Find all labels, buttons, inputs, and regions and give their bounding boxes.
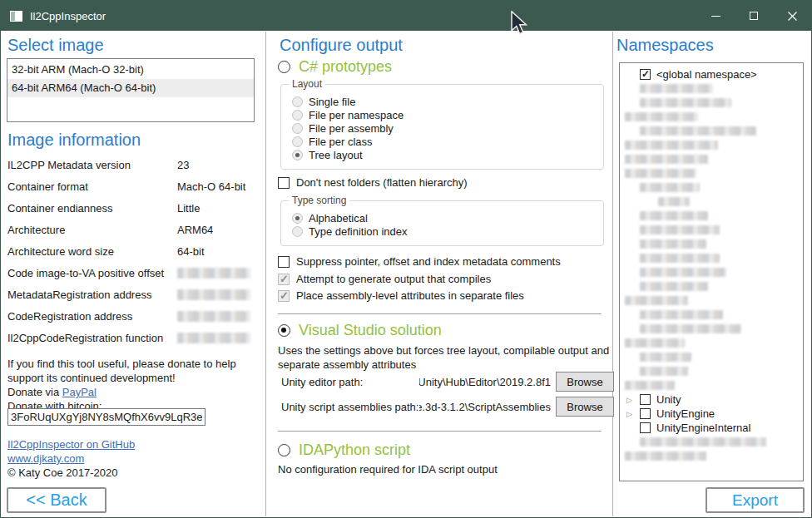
redacted-namespace-text [640,324,741,333]
bitcoin-address-field[interactable] [7,408,205,426]
namespace-item-redacted[interactable] [620,251,803,265]
maximize-icon [750,12,758,20]
radio-option[interactable]: Single file [292,95,597,108]
namespace-item[interactable]: UnityEngineInternal [620,421,803,435]
minimize-icon [711,16,720,17]
expander-icon[interactable]: ▷ [625,396,640,404]
idapython-script-radio[interactable]: IDAPython script [278,442,410,459]
redacted-namespace-text [640,282,708,291]
left-panel: Select image 32-bit ARM (Mach-O 32-bit)6… [7,31,259,518]
namespace-item-redacted[interactable] [620,223,803,237]
image-list-item[interactable]: 32-bit ARM (Mach-O 32-bit) [7,61,254,79]
redacted-namespace-text [640,98,731,107]
namespace-item-redacted[interactable] [620,449,803,463]
namespace-item-redacted[interactable] [620,81,803,96]
namespace-item-redacted[interactable] [620,180,803,195]
namespace-item-redacted[interactable] [620,152,803,166]
namespace-item[interactable]: ▷Unity [620,392,803,407]
unity-script-path-row: Unity script assemblies path: ate.3d-3.1… [281,397,614,417]
configure-panel: Configure output C# prototypes Layout Si… [278,31,612,518]
checkbox-label: Suppress pointer, offset and index metad… [296,255,561,268]
namespace-item-redacted[interactable] [620,350,803,364]
radio-option[interactable]: File per namespace [292,108,597,121]
namespace-item-redacted[interactable] [620,279,803,294]
namespaces-list[interactable]: <global namespace>▷Unity▷UnityEngineUnit… [619,62,804,481]
namespace-item-redacted[interactable] [620,110,803,124]
namespace-checkbox[interactable] [640,408,651,419]
info-row-label: MetadataRegistration address [7,289,151,301]
namespace-item-redacted[interactable] [620,138,803,152]
namespace-checkbox[interactable] [640,422,651,433]
namespace-checkbox[interactable] [640,394,651,405]
redacted-namespace-text [640,126,756,136]
donate-via-prefix: Donate via [7,386,62,398]
namespace-item[interactable]: <global namespace> [620,67,803,81]
namespace-item-redacted[interactable] [620,378,803,392]
namespace-item-redacted[interactable] [620,294,803,308]
radio-option[interactable]: File per class [292,135,597,148]
expander-icon[interactable]: ▷ [625,410,640,418]
namespace-item-redacted[interactable] [620,124,803,138]
radio-option[interactable]: Tree layout [292,148,597,161]
namespace-item[interactable]: ▷UnityEngine [620,407,803,421]
output-checkbox[interactable]: Suppress pointer, offset and index metad… [278,255,561,268]
image-list-item[interactable]: 64-bit ARM64 (Mach-O 64-bit) [7,79,254,97]
image-information-heading: Image information [7,131,141,150]
redacted-namespace-text [625,141,718,150]
image-info-table: IL2CPP Metadata version23Container forma… [7,155,259,350]
checkbox-icon [278,256,290,268]
info-row: Architecture word size64-bit [7,242,259,264]
info-row: MetadataRegistration address [7,285,259,307]
namespace-checkbox[interactable] [640,69,651,80]
radio-option[interactable]: File per assembly [292,121,597,135]
unity-script-path-value[interactable]: ate.3d-3.1.2\ScriptAssemblies [419,401,551,413]
close-button[interactable] [773,1,811,31]
redacted-namespace-text [640,84,713,93]
maximize-button[interactable] [735,1,773,31]
radio-option[interactable]: Alphabetical [292,211,597,224]
namespace-item-redacted[interactable] [620,364,803,378]
radio-icon [292,150,303,160]
namespace-item-redacted[interactable] [620,237,803,251]
namespace-item-redacted[interactable] [620,322,803,336]
unity-editor-path-value[interactable]: s\Unity\Hub\Editor\2019.2.8f1 [419,376,551,388]
namespace-item-redacted[interactable] [620,336,803,350]
info-row-label: IL2CPP Metadata version [7,159,131,171]
flatten-hierarchy-label: Don't nest folders (flatten hierarchy) [296,176,468,189]
csharp-prototypes-radio[interactable]: C# prototypes [278,58,392,76]
website-link[interactable]: www.djkaty.com [7,452,84,465]
radio-icon [292,226,303,237]
minimize-button[interactable] [696,1,735,31]
flatten-hierarchy-checkbox[interactable]: Don't nest folders (flatten hierarchy) [278,176,468,189]
output-checkbox[interactable]: Place assembly-level attributes in separ… [278,289,524,302]
namespace-label: Unity [656,393,681,406]
info-row: Code image-to-VA positive offset [7,264,259,285]
namespace-item-redacted[interactable] [620,308,803,322]
namespaces-heading: Namespaces [616,36,714,55]
output-checkbox[interactable]: Attempt to generate output that compiles [278,273,491,285]
info-row-value: Little [177,202,200,215]
github-link[interactable]: Il2CppInspector on GitHub [7,438,135,451]
namespace-item-redacted[interactable] [620,209,803,223]
info-row-label: Container format [7,180,88,193]
visual-studio-solution-radio[interactable]: Visual Studio solution [278,322,442,339]
browse-editor-button[interactable]: Browse [556,372,614,392]
redacted-namespace-text [640,353,691,362]
namespace-item-redacted[interactable] [620,435,803,449]
browse-script-button[interactable]: Browse [556,397,614,417]
redacted-namespace-text [625,451,706,461]
namespace-item-redacted[interactable] [620,265,803,279]
export-button[interactable]: Export [706,487,805,513]
radio-option[interactable]: Type definition index [292,224,597,238]
namespace-item-redacted[interactable] [620,195,803,209]
info-row-value-redacted [177,311,250,322]
image-list[interactable]: 32-bit ARM (Mach-O 32-bit)64-bit ARM64 (… [7,58,255,122]
info-row: IL2CPP Metadata version23 [7,155,259,177]
info-row-value-redacted [177,333,250,343]
info-row-label: Architecture word size [7,245,114,258]
info-row-label: Container endianness [7,202,112,215]
paypal-link[interactable]: PayPal [62,386,97,398]
back-button[interactable]: << Back [7,487,106,513]
namespace-item-redacted[interactable] [620,96,803,110]
namespace-item-redacted[interactable] [620,166,803,180]
